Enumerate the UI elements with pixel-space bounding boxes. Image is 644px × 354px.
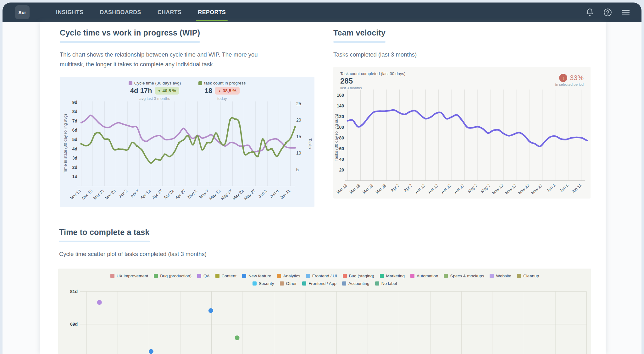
- svg-text:Mar 23: Mar 23: [92, 188, 105, 200]
- svg-text:15: 15: [296, 134, 301, 139]
- velocity-stats: Task count completed (last 30 days) 285 …: [340, 71, 584, 90]
- velocity-stat-label: Task count completed (last 30 days): [340, 71, 405, 76]
- scatter-legend-item[interactable]: Bug (production): [154, 274, 192, 278]
- svg-text:Mar 28: Mar 28: [104, 188, 117, 200]
- triangle-up-icon: ▲: [218, 89, 221, 93]
- scatter-legend-item[interactable]: Frontend / App: [302, 281, 336, 286]
- scatter-legend-item[interactable]: Specs & mockups: [444, 274, 484, 278]
- scatter-legend-item[interactable]: Other: [280, 281, 297, 286]
- svg-text:Apr 12: Apr 12: [139, 188, 152, 200]
- svg-text:May 7: May 7: [480, 183, 491, 194]
- scatter-legend-item[interactable]: Analytics: [277, 274, 300, 278]
- scatter-legend-item[interactable]: QA: [197, 274, 210, 278]
- scatter-point-qa[interactable]: [97, 300, 102, 305]
- wip-series-sublabel: avg last 3 months: [139, 96, 170, 101]
- menu-icon[interactable]: [621, 8, 630, 16]
- scatter-category-label: Accounting: [348, 281, 369, 286]
- svg-text:40: 40: [339, 157, 344, 162]
- scatter-category-label: Website: [496, 274, 511, 278]
- velocity-stat-left: Task count completed (last 30 days) 285 …: [340, 71, 405, 90]
- svg-text:May 12: May 12: [208, 188, 221, 201]
- svg-text:Jun 1: Jun 1: [546, 183, 557, 193]
- svg-text:Mar 13: Mar 13: [69, 188, 82, 200]
- legend-swatch-icon: [306, 274, 310, 278]
- scatter-legend-item[interactable]: Frontend / UI: [306, 274, 337, 278]
- legend-swatch-icon: [380, 274, 384, 278]
- velocity-subtitle: Tasks completed (last 3 months): [333, 50, 417, 59]
- svg-text:Mar 13: Mar 13: [336, 183, 348, 195]
- change-badge: ▼40,5 %: [155, 87, 180, 95]
- scatter-category-label: Marketing: [386, 274, 405, 278]
- scatter-legend-item[interactable]: Content: [215, 274, 236, 278]
- svg-text:Jun 6: Jun 6: [559, 183, 569, 193]
- svg-text:Mar 28: Mar 28: [375, 183, 387, 195]
- wip-title: Cycle time vs work in progress (WIP): [60, 28, 200, 43]
- svg-text:Mar 18: Mar 18: [81, 188, 93, 200]
- scatter-legend-item[interactable]: Website: [490, 274, 511, 278]
- svg-text:Time in state (30 day rolling: Time in state (30 day rolling avg): [63, 114, 68, 173]
- notifications-icon[interactable]: [586, 8, 594, 17]
- svg-text:69d: 69d: [70, 322, 78, 327]
- velocity-change-value: 33%: [570, 74, 584, 82]
- legend-swatch-icon: [444, 274, 448, 278]
- scatter-category-label: Cleanup: [523, 274, 539, 278]
- svg-text:Apr 12: Apr 12: [414, 183, 426, 194]
- report-sheet: Cycle time vs work in progress (WIP) Thi…: [40, 22, 606, 354]
- svg-text:May 2: May 2: [467, 183, 478, 194]
- wip-series-name: task count in progress: [204, 81, 246, 85]
- svg-text:7d: 7d: [72, 118, 77, 123]
- svg-text:Apr 22: Apr 22: [163, 188, 175, 200]
- wip-legend-item[interactable]: task count in progress18▲38,5 %today: [198, 81, 246, 101]
- svg-text:Apr 2: Apr 2: [390, 183, 400, 193]
- wip-series-sublabel: today: [217, 96, 227, 101]
- svg-text:Mar 18: Mar 18: [348, 183, 361, 195]
- wip-legend-item[interactable]: Cycle time (30 days avg)4d 17h▼40,5 %avg…: [129, 81, 181, 101]
- wip-chart-panel: Cycle time (30 days avg)4d 17h▼40,5 %avg…: [60, 77, 314, 207]
- wip-description: This chart shows the relationship betwee…: [60, 50, 261, 69]
- svg-text:Jun 11: Jun 11: [570, 183, 582, 194]
- scatter-category-label: No label: [381, 281, 397, 286]
- help-icon[interactable]: [603, 8, 612, 17]
- change-badge: ▲38,5 %: [215, 87, 240, 95]
- scatter-point-bug-production-[interactable]: [235, 335, 240, 340]
- legend-swatch-icon: [277, 274, 281, 278]
- scatter-category-label: UX improvement: [117, 274, 148, 278]
- wip-series-name: Cycle time (30 days avg): [134, 81, 181, 85]
- svg-text:Apr 17: Apr 17: [427, 183, 439, 194]
- scatter-legend-item[interactable]: Cleanup: [517, 274, 539, 278]
- nav-item-reports[interactable]: REPORTS: [190, 3, 234, 22]
- svg-text:Tasks (30 day rolling sum): Tasks (30 day rolling sum): [334, 114, 339, 161]
- svg-text:May 22: May 22: [517, 183, 530, 195]
- svg-text:Apr 7: Apr 7: [403, 183, 413, 193]
- scatter-chart-legend: UX improvementBug (production)QAContentN…: [58, 274, 591, 289]
- scatter-legend-item[interactable]: New feature: [242, 274, 271, 278]
- scatter-legend-item[interactable]: Bug (staging): [343, 274, 374, 278]
- svg-text:May 17: May 17: [220, 188, 233, 201]
- legend-swatch-icon: [280, 281, 284, 286]
- scatter-legend-item[interactable]: No label: [375, 281, 397, 286]
- svg-text:Mar 23: Mar 23: [362, 183, 374, 195]
- scatter-point-new-feature[interactable]: [208, 308, 213, 313]
- velocity-chart-panel: Task count completed (last 30 days) 285 …: [333, 67, 591, 199]
- legend-swatch-icon: [242, 274, 246, 278]
- svg-text:5: 5: [296, 167, 299, 172]
- scatter-legend-item[interactable]: Accounting: [342, 281, 369, 286]
- scatter-legend-item[interactable]: Marketing: [380, 274, 405, 278]
- nav-item-dashboards[interactable]: DASHBOARDS: [92, 3, 149, 22]
- legend-swatch-icon: [197, 274, 201, 278]
- nav-item-insights[interactable]: INSIGHTS: [48, 3, 92, 22]
- legend-swatch-icon: [110, 274, 114, 278]
- svg-text:5d: 5d: [72, 137, 77, 142]
- scatter-category-label: Security: [259, 281, 274, 286]
- svg-text:May 2: May 2: [187, 188, 198, 199]
- legend-swatch-icon: [198, 81, 202, 85]
- scatter-legend-item[interactable]: Security: [253, 281, 274, 286]
- scatter-point-new-feature[interactable]: [149, 349, 153, 354]
- nav-icons: [586, 8, 630, 17]
- wip-series-value: 4d 17h: [130, 87, 152, 95]
- app-logo[interactable]: Scr: [15, 5, 30, 19]
- scatter-legend-item[interactable]: Automation: [410, 274, 438, 278]
- scatter-legend-item[interactable]: UX improvement: [110, 274, 148, 278]
- nav-item-charts[interactable]: CHARTS: [149, 3, 190, 22]
- svg-text:10: 10: [296, 150, 301, 155]
